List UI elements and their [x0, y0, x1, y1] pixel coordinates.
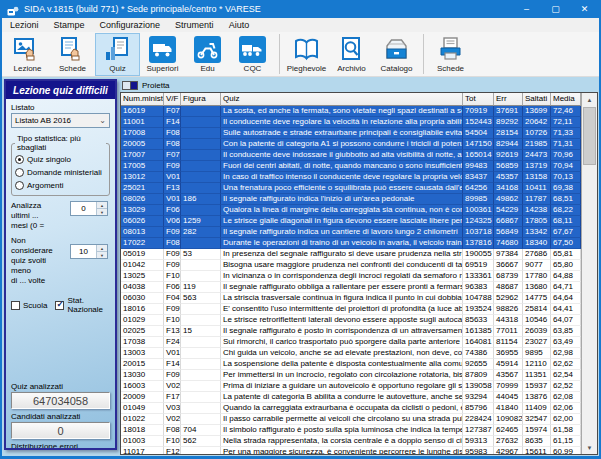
column-header-media[interactable]: Media [551, 93, 581, 106]
vertical-scrollbar[interactable]: ▲ ▼ [581, 93, 597, 454]
spinner-input[interactable]: 0▲▼ [70, 201, 108, 216]
column-header-saltati[interactable]: Saltati [523, 93, 551, 106]
scroll-down-icon[interactable]: ▼ [582, 441, 597, 454]
toolbar-button-lezione[interactable]: Lezione [5, 33, 50, 76]
table-row[interactable]: 08026V01)186Il segnale raffigurato indic… [121, 194, 581, 205]
table-row[interactable]: 01042F09)Bisogna usare maggiore prudenza… [121, 260, 581, 271]
checkbox-scuola[interactable]: Scuola [11, 301, 47, 310]
toolbar-button-schede[interactable]: Schede [428, 33, 473, 76]
radio-domande-ministeriali[interactable]: Domande ministeriali [15, 166, 106, 179]
toolbar-button-superiori[interactable]: Superiori [140, 33, 185, 76]
table-row[interactable]: 17022F08)Durante le operazioni di traino… [121, 238, 581, 249]
cell-tot: 83437 [463, 172, 494, 183]
cell-num-ministeriale: 16019 [121, 106, 164, 117]
cell-figura [181, 403, 221, 414]
listato-select[interactable]: Listato AB 2016 ⌄ [11, 113, 110, 128]
table-row[interactable]: 17005F09)Fuori dei centri abitati, di no… [121, 161, 581, 172]
spinner-input[interactable]: 10▲▼ [70, 244, 108, 259]
scrollbar-track[interactable] [582, 106, 597, 441]
table-row[interactable]: 13003V01)Chi guida un veicolo, anche se … [121, 348, 581, 359]
table-row[interactable]: 11017F12)Per una maggiore sicurezza, è c… [121, 447, 581, 454]
close-icon[interactable]: ✕ [570, 0, 599, 18]
table-row[interactable]: 16019F07)La sosta, ed anche la fermata, … [121, 106, 581, 117]
toolbar-button-cqc[interactable]: CQC [230, 33, 275, 76]
column-header-quiz[interactable]: Quiz [221, 93, 463, 106]
table-row[interactable]: 17038F24)Sui rimorchi, il carico traspor… [121, 337, 581, 348]
table-row[interactable]: 18016F09)E' consentito l'uso intermitten… [121, 304, 581, 315]
table-row[interactable]: 20015F14)La sospensione della patente è … [121, 359, 581, 370]
table-row[interactable]: 11001F14)Il conducente deve regolare la … [121, 117, 581, 128]
cell-quiz: Nella strada rappresentata, la corsia ce… [221, 436, 463, 447]
column-header-tot[interactable]: Tot [463, 93, 494, 106]
radio-quiz-singolo[interactable]: Quiz singolo [15, 153, 106, 166]
table-row[interactable]: 20009F17)La patente di categoria B abili… [121, 392, 581, 403]
minimize-icon[interactable]: – [512, 0, 541, 18]
table-row[interactable]: 02025F13)15Il segnale raffigurato è post… [121, 326, 581, 337]
cell-vf: F12) [164, 447, 181, 454]
spinner-up-icon[interactable]: ▲ [97, 202, 107, 209]
cell-quiz: Qualora la linea di margine della carreg… [221, 205, 463, 216]
cell-vf: V01) [164, 348, 181, 359]
stat-radio-group: Quiz singoloDomande ministerialiArgoment… [15, 153, 106, 192]
column-header-err[interactable]: Err [494, 93, 523, 106]
maximize-icon[interactable]: ▢ [541, 0, 570, 18]
menu-item-aiuto[interactable]: Aiuto [229, 20, 250, 30]
menu-item-configurazione[interactable]: Configurazione [100, 20, 161, 30]
scooter-icon [194, 36, 221, 63]
toolbar-button-pieghevole[interactable]: Pieghevole [284, 33, 329, 76]
cell-err: 45357 [494, 172, 523, 183]
table-row[interactable]: 20005F08)Con la patente di categoria A1 … [121, 139, 581, 150]
cell-err: 48687 [494, 282, 523, 293]
cell-media: 71,31 [551, 139, 581, 150]
menu-item-lezioni[interactable]: Lezioni [10, 20, 39, 30]
doc-magnifier-icon [338, 36, 365, 63]
toolbar-button-catalogo[interactable]: Catalogo [374, 33, 419, 76]
table-row[interactable]: 17007F07)Il conducente deve indossare il… [121, 150, 581, 161]
spinner-up-icon[interactable]: ▲ [97, 245, 107, 252]
cell-num-ministeriale: 01029 [121, 315, 164, 326]
scrollbar-thumb[interactable] [583, 107, 596, 165]
table-row[interactable]: 01049V03)Quando la carreggiata extraurba… [121, 403, 581, 414]
column-header-v-f[interactable]: V/F [164, 93, 181, 106]
cell-num-ministeriale: 04038 [121, 282, 164, 293]
toolbar-button-archivio[interactable]: Archivio [329, 33, 374, 76]
spinner-down-icon[interactable]: ▼ [97, 252, 107, 258]
toolbar-button-schede[interactable]: Schede [50, 33, 95, 76]
spinner-row-0: Analizza ultimi ... mesi (0 =0▲▼ [11, 201, 110, 231]
cell-err: 34168 [494, 183, 523, 194]
radio-argomenti[interactable]: Argomenti [15, 179, 106, 192]
table-row[interactable]: 17008F08)Sulle autostrade e strade extra… [121, 128, 581, 139]
proietta-toggle-icon[interactable] [122, 81, 138, 90]
table-row[interactable]: 18018F08)704Il simbolo raffigurato è pos… [121, 425, 581, 436]
table-row[interactable]: 13029F06)Qualora la linea di margine del… [121, 205, 581, 216]
cell-saltati: 13876 [523, 392, 551, 403]
cell-quiz: Il segnale raffigurato è posto in corris… [221, 326, 463, 337]
table-row[interactable]: 01003F10)562Nella strada rappresentata, … [121, 436, 581, 447]
toolbar-button-label: Schede [59, 64, 86, 73]
spinner-down-icon[interactable]: ▼ [97, 209, 107, 215]
column-header-num-ministe[interactable]: Num.ministe [121, 93, 164, 106]
menu-item-stampe[interactable]: Stampe [54, 20, 85, 30]
table-row[interactable]: 04038F06)119Il segnale raffigurato obbli… [121, 282, 581, 293]
table-row[interactable]: 05019F09)53In presenza del segnale raffi… [121, 249, 581, 260]
table-row[interactable]: 13030F09)Per immettersi in un incrocio, … [121, 370, 581, 381]
table-row[interactable]: 01029F10)Le strisce retroriflettenti lat… [121, 315, 581, 326]
table-row[interactable]: 06030F04)563La striscia trasversale cont… [121, 293, 581, 304]
cell-tot: 228424 [463, 414, 494, 425]
toolbar-button-edu[interactable]: Edu [185, 33, 230, 76]
scroll-up-icon[interactable]: ▲ [582, 93, 597, 106]
table-row[interactable]: 13012V01)In caso di traffico intenso il … [121, 172, 581, 183]
column-header-figura[interactable]: Figura [181, 93, 221, 106]
table-row[interactable]: 06026V06)1259Le strisce gialle diagonali… [121, 216, 581, 227]
cell-num-ministeriale: 13012 [121, 172, 164, 183]
toolbar-button-quiz[interactable]: Quiz [95, 33, 140, 76]
checkbox-stat-nazionale[interactable]: Stat. Nazionale [55, 296, 110, 314]
cell-quiz: In caso di traffico intenso il conducent… [221, 172, 463, 183]
menu-item-strumenti[interactable]: Strumenti [175, 20, 214, 30]
table-row[interactable]: 16003V02)Prima di iniziare a guidare un … [121, 381, 581, 392]
cell-tot: 85633 [463, 315, 494, 326]
table-row[interactable]: 01022V02)Il passo carrabile permette ai … [121, 414, 581, 425]
table-row[interactable]: 25021F13)Una frenatura poco efficiente o… [121, 183, 581, 194]
table-row[interactable]: 08013F09)282Il segnale raffigurato indic… [121, 227, 581, 238]
table-row[interactable]: 13025F10)In vicinanza o in corrispondenz… [121, 271, 581, 282]
